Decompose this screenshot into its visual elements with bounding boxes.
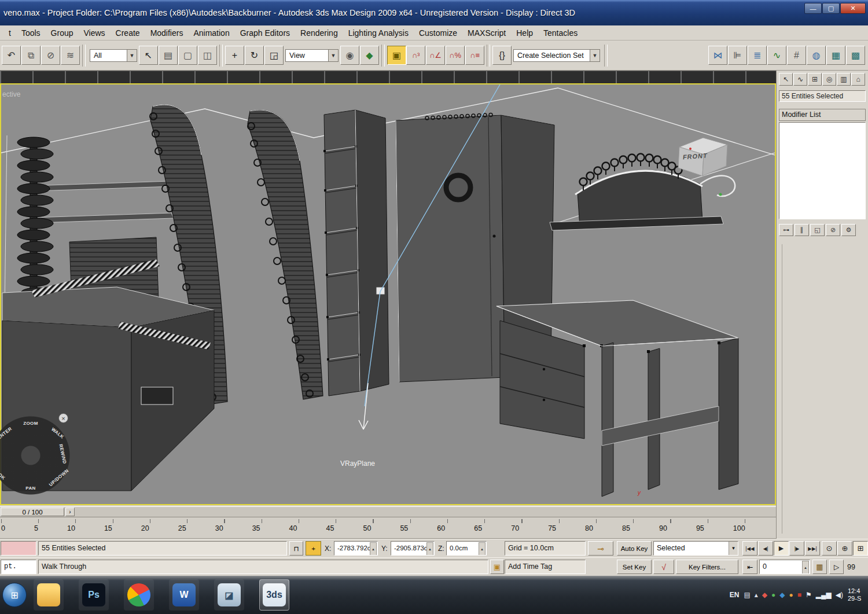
create-tab[interactable]: ↖ bbox=[779, 73, 793, 86]
menu-item[interactable]: Tentacles bbox=[538, 26, 583, 40]
menu-item[interactable]: Views bbox=[79, 26, 111, 40]
display-tab[interactable]: ▥ bbox=[837, 73, 851, 86]
snaps-toggle-icon[interactable]: ▣ bbox=[387, 46, 406, 65]
menu-item[interactable]: Create bbox=[111, 26, 145, 40]
reference-coordinate-dropdown[interactable]: View ▼ bbox=[285, 49, 339, 62]
wheel-look[interactable]: LOOK bbox=[0, 468, 6, 481]
tray-app2-icon[interactable]: ● bbox=[771, 591, 775, 599]
macro-recorder-field[interactable] bbox=[1, 541, 36, 556]
tray-app3-icon[interactable]: ◆ bbox=[779, 591, 785, 599]
taskbar-item-photoshop[interactable]: Ps bbox=[79, 579, 109, 611]
wheel-close-button[interactable]: × bbox=[58, 413, 68, 423]
next-frame-button[interactable]: |▶ bbox=[789, 541, 804, 556]
x-coordinate-field[interactable]: -2783.792c▲▼ bbox=[334, 541, 378, 556]
menu-item[interactable]: Lighting Analysis bbox=[343, 26, 414, 40]
modify-tab[interactable]: ∿ bbox=[793, 73, 807, 86]
perspective-viewport[interactable]: ective FRONT VRayPlane y ZOOM WALK REWIN… bbox=[0, 83, 776, 505]
viewport-scene[interactable] bbox=[1, 84, 775, 504]
render-icon[interactable]: ▩ bbox=[846, 46, 865, 65]
wheel-pan[interactable]: PAN bbox=[25, 486, 36, 491]
keyboard-icon[interactable]: ▤ bbox=[744, 591, 750, 599]
tray-app5-icon[interactable]: ■ bbox=[797, 591, 801, 599]
tray-app1-icon[interactable]: ◆ bbox=[762, 591, 767, 599]
menu-item[interactable]: Customize bbox=[414, 26, 462, 40]
z-coordinate-field[interactable]: 0.0cm▲▼ bbox=[446, 541, 487, 556]
bookshelf[interactable] bbox=[323, 110, 389, 396]
utilities-tab[interactable]: ⌂ bbox=[851, 73, 865, 86]
language-indicator[interactable]: EN bbox=[730, 591, 740, 599]
select-by-name-icon[interactable]: ▤ bbox=[159, 46, 178, 65]
taskbar-item-3dsmax[interactable]: 3ds bbox=[259, 579, 289, 611]
window-crossing-icon[interactable]: ◫ bbox=[198, 46, 217, 65]
configure-modifier-button[interactable]: ⚙ bbox=[841, 224, 856, 236]
time-slider-track[interactable]: 0 / 100 › bbox=[0, 506, 776, 517]
undo-icon[interactable]: ↶ bbox=[2, 46, 21, 65]
current-frame-field[interactable]: 0▲▼ bbox=[759, 560, 810, 574]
key-filters-button[interactable]: Key Filters... bbox=[676, 560, 738, 574]
time-tag-cube-icon[interactable]: ▣ bbox=[490, 560, 504, 574]
remove-modifier-button[interactable]: ⊘ bbox=[826, 224, 840, 236]
key-icon[interactable]: ⊸ bbox=[588, 541, 613, 556]
minimize-button[interactable]: — bbox=[804, 3, 822, 14]
tray-app4-icon[interactable]: ● bbox=[789, 591, 793, 599]
viewport-label[interactable]: ective bbox=[2, 90, 20, 98]
keyframe-strip[interactable] bbox=[0, 71, 776, 83]
render-setup-icon[interactable]: ▦ bbox=[826, 46, 845, 65]
select-rotate-icon[interactable]: ↻ bbox=[245, 46, 264, 65]
curve-editor-icon[interactable]: ∿ bbox=[767, 46, 786, 65]
unlink-selection-icon[interactable]: ⊘ bbox=[41, 46, 60, 65]
tray-volume-icon[interactable]: ◀) bbox=[836, 591, 843, 599]
spinner[interactable]: ▲▼ bbox=[802, 561, 809, 573]
maximize-button[interactable]: ▢ bbox=[822, 3, 840, 14]
use-pivot-center-icon[interactable]: ◉ bbox=[340, 46, 359, 65]
named-selection-sets-icon[interactable]: {} bbox=[492, 46, 512, 65]
close-button[interactable]: ✕ bbox=[840, 3, 866, 14]
tray-network-icon[interactable]: ▂▄▆ bbox=[816, 591, 832, 599]
show-end-result-button[interactable]: ∥ bbox=[795, 224, 809, 236]
taskbar-item-word[interactable]: W bbox=[169, 579, 199, 611]
hierarchy-tab[interactable]: ⊞ bbox=[808, 73, 822, 86]
spinner[interactable]: ▲▼ bbox=[426, 542, 433, 554]
material-editor-icon[interactable]: ◍ bbox=[807, 46, 826, 65]
coil-sculpture-left[interactable] bbox=[17, 137, 53, 310]
menu-item[interactable]: Tools bbox=[16, 26, 46, 40]
menu-item[interactable]: Rendering bbox=[295, 26, 343, 40]
schematic-view-icon[interactable]: # bbox=[787, 46, 806, 65]
select-and-link-icon[interactable]: ⧉ bbox=[21, 46, 41, 65]
auto-key-button[interactable]: Auto Key bbox=[617, 541, 652, 556]
zoom-icon[interactable]: ⊙ bbox=[822, 541, 837, 556]
key-mode-dropdown[interactable]: Selected ▼ bbox=[653, 541, 738, 556]
taskbar-clock[interactable]: 12:4 29-S bbox=[848, 587, 867, 602]
named-selection-set-combo[interactable]: Create Selection Set ▼ bbox=[513, 49, 600, 62]
selection-region-icon[interactable]: ▢ bbox=[178, 46, 197, 65]
selection-filter-dropdown[interactable]: All ▼ bbox=[90, 49, 137, 62]
y-coordinate-field[interactable]: -2905.873c▲▼ bbox=[391, 541, 435, 556]
previous-frame-button[interactable]: ◀| bbox=[758, 541, 773, 556]
pan-icon[interactable]: ⊕ bbox=[837, 541, 852, 556]
select-object-icon[interactable]: ↖ bbox=[139, 46, 158, 65]
menu-item[interactable]: Modifiers bbox=[145, 26, 189, 40]
pin-stack-button[interactable]: ⊶ bbox=[779, 224, 793, 236]
motion-tab[interactable]: ◎ bbox=[822, 73, 836, 86]
go-to-end-button[interactable]: ▶▶| bbox=[805, 541, 820, 556]
tray-flag-icon[interactable]: ⚑ bbox=[806, 591, 812, 599]
time-configuration-icon[interactable]: ▦ bbox=[812, 560, 827, 574]
time-slider-handle[interactable]: 0 / 100 bbox=[1, 508, 64, 516]
zoom-extents-icon[interactable]: ⊞ bbox=[853, 541, 868, 556]
spinner[interactable]: ▲▼ bbox=[479, 542, 486, 554]
next-frame-nudge-button[interactable]: › bbox=[65, 508, 75, 516]
select-move-icon[interactable]: + bbox=[225, 46, 244, 65]
modifier-list-dropdown[interactable]: Modifier List bbox=[779, 109, 866, 121]
track-bar[interactable]: 0510152025303540455055606570758085909510… bbox=[0, 517, 776, 539]
wheel-rewind[interactable]: REWIND bbox=[58, 444, 68, 465]
align-icon[interactable]: ⊫ bbox=[728, 46, 747, 65]
go-to-start-icon[interactable]: ⇤ bbox=[742, 560, 757, 574]
wheel-center[interactable]: CENTER bbox=[0, 426, 13, 443]
selection-lock-icon[interactable]: ⊓ bbox=[289, 541, 303, 556]
mirror-icon[interactable]: ⋈ bbox=[708, 46, 727, 65]
select-manipulate-icon[interactable]: ◆ bbox=[360, 46, 379, 65]
select-scale-icon[interactable]: ◲ bbox=[264, 46, 284, 65]
spinner[interactable]: ▲▼ bbox=[370, 542, 377, 554]
taskbar-item-chrome[interactable] bbox=[124, 579, 154, 611]
taskbar-item-folder[interactable] bbox=[34, 579, 64, 611]
